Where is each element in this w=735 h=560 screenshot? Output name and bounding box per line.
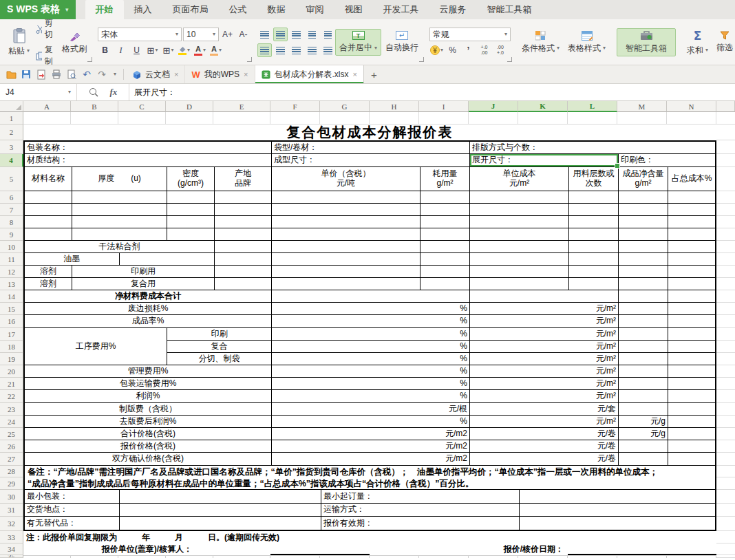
cell-dry-adhesive[interactable]: 干法粘合剂 [25,241,215,253]
unit-cell[interactable]: 元/m² [470,365,619,378]
col-header-D[interactable]: D [166,101,213,112]
borders-button[interactable]: ⊞▾ [145,43,160,57]
empty-cell[interactable] [619,453,668,466]
undo-button[interactable]: ↶ [79,67,94,82]
cell-yield-rate[interactable]: 成品率% [25,315,272,328]
empty-cell[interactable] [72,228,167,241]
empty-cell[interactable] [668,353,715,365]
cell-for-printing[interactable]: 印刷用 [72,266,215,278]
alignment-dialog-launcher[interactable] [419,57,424,62]
doc-tab-cloud[interactable]: 云文档 × [127,65,185,83]
insert-function-button[interactable]: fx [109,87,117,98]
header-material-name[interactable]: 材料名称 [25,167,72,191]
empty-cell[interactable] [272,253,420,266]
cell-quoting-unit-label[interactable]: 报价单位(盖章)/核算人： [23,543,270,555]
tab-view[interactable]: 视图 [334,0,373,19]
cell-net-material-total[interactable]: 净材料费成本合计 [25,290,272,303]
empty-cell[interactable] [520,504,715,517]
filter-button[interactable]: 筛选 [712,29,735,56]
empty-cell[interactable] [619,266,668,278]
cell-management-fee[interactable]: 管理费用% [25,365,272,378]
empty-cell[interactable] [272,266,420,278]
row-header-11[interactable]: 11 [0,253,23,266]
row-header-23[interactable]: 23 [0,403,23,416]
cell-quote-date-label[interactable]: 报价/核价日期： [370,543,568,555]
font-dialog-launcher[interactable] [247,57,252,62]
grow-font-button[interactable]: A+ [220,28,235,41]
fill-color-button[interactable]: ▾ [177,43,191,57]
cell-transport-mode[interactable]: 运输方式： [321,504,520,517]
cell-pkg-name[interactable]: 包装名称： [25,142,272,154]
doc-tab-workbook[interactable]: 包材成本分解表.xlsx × [255,65,364,83]
empty-cell[interactable] [470,278,569,290]
empty-cell[interactable] [215,266,272,278]
percent-format-button[interactable]: % [445,43,460,57]
empty-cell[interactable] [668,266,715,278]
unit-cell[interactable]: % [272,303,470,315]
sum-button[interactable]: Σ 求和▾ [683,27,712,58]
unit-cell[interactable]: % [272,328,470,341]
row-header-29[interactable]: 29 [0,477,23,490]
empty-cell[interactable] [272,204,420,216]
row-header-5[interactable]: 5 [0,167,23,191]
empty-cell[interactable] [272,241,420,253]
empty-cell[interactable] [668,403,715,416]
draw-border-button[interactable]: ⊞▾ [161,43,175,57]
cell-profit[interactable]: 利润% [25,390,272,403]
col-header-J[interactable]: J [469,101,518,112]
header-unit-cost[interactable]: 单位成本 元/m² [470,167,569,191]
cell-quote-validity[interactable]: 报价有效期： [321,517,520,530]
empty-cell[interactable] [668,328,715,341]
row-header-34[interactable]: 34 [0,543,23,555]
col-header-G[interactable]: G [320,101,370,112]
header-net-content[interactable]: 成品净含量 g/m² [619,167,668,191]
row-header-4[interactable]: 4 [0,154,23,167]
row-header-27[interactable]: 27 [0,453,23,466]
copy-button[interactable]: 复制 [34,43,58,65]
cell-plate-fee[interactable]: 制版费（含税） [25,403,272,416]
unit-cell[interactable]: % [272,378,470,390]
cell-solvent-laminate[interactable]: 溶剂 [25,278,72,290]
tab-dev-tools[interactable]: 开发工具 [373,0,429,19]
col-header-E[interactable]: E [213,101,270,112]
empty-cell[interactable] [668,390,715,403]
formula-input[interactable]: 展开尺寸： [129,84,735,100]
empty-cell[interactable] [619,290,668,303]
cell-min-packing[interactable]: 最小包装： [25,490,120,504]
unit-cell[interactable]: 元/g [619,416,668,428]
empty-cell[interactable] [569,204,619,216]
chevron-down-icon[interactable]: ▾ [68,89,71,95]
empty-cell[interactable] [215,278,272,290]
comma-format-button[interactable]: ’ [461,43,476,57]
cell-quote-price[interactable]: 报价价格(含税) [25,440,272,453]
empty-cell[interactable] [167,204,215,216]
col-header-L[interactable]: L [568,101,617,112]
cell-min-order[interactable]: 最小起订量： [321,490,520,504]
empty-cell[interactable] [470,253,569,266]
open-file-button[interactable] [3,67,19,82]
align-bottom-button[interactable] [289,28,303,41]
align-distributed-button[interactable] [321,43,335,57]
empty-cell[interactable] [72,216,167,228]
align-right-button[interactable] [289,43,303,57]
empty-cell[interactable] [272,290,470,303]
col-header-H[interactable]: H [370,101,419,112]
save-button[interactable] [19,67,34,82]
row-header-15[interactable]: 15 [0,303,23,315]
cell-reply-deadline-note[interactable]: 注：此报价单回复期限为 年 月 日。(逾期回传无效) [23,531,716,543]
row-header-6[interactable]: 6 [0,191,23,204]
empty-cell[interactable] [25,191,72,204]
cell-process-laminate[interactable]: 复合 [167,341,272,353]
sheet-title-cell[interactable]: 复合包材成本分解报价表 [23,125,716,140]
export-pdf-button[interactable] [34,67,49,82]
header-layers[interactable]: 用料层数或 次数 [569,167,619,191]
cell-bag-type[interactable]: 袋型/卷材： [272,142,470,154]
cell-total-price[interactable]: 合计价格(含税) [25,428,272,440]
row-header-16[interactable]: 16 [0,315,23,328]
empty-cell[interactable] [619,328,668,341]
date-blank-cell[interactable] [568,543,716,555]
empty-cell[interactable] [215,253,272,266]
empty-cell[interactable] [272,278,420,290]
align-center-button[interactable] [273,43,288,57]
empty-cell[interactable] [619,341,668,353]
